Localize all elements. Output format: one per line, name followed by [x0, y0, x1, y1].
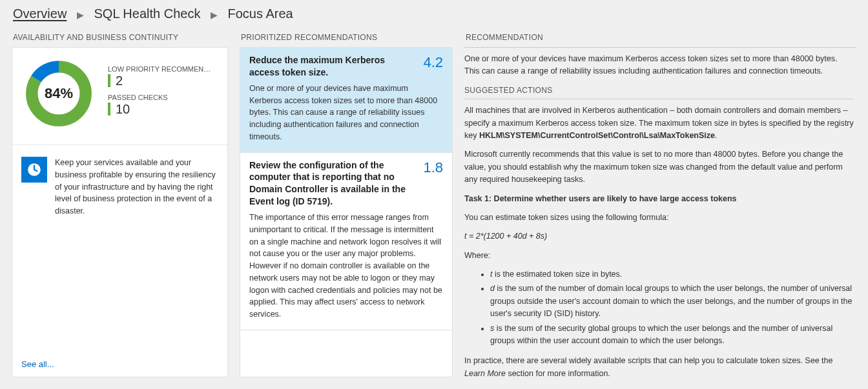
- breadcrumb-overview[interactable]: Overview: [13, 6, 67, 21]
- availability-description: Keep your services available and your bu…: [55, 157, 218, 217]
- task1-p1: You can estimate token sizes using the f…: [464, 212, 854, 224]
- availability-card: 84% LOW PRIORITY RECOMMENDATIO... 2 PASS…: [12, 47, 228, 377]
- availability-donut: 84%: [20, 58, 98, 129]
- task1-formula: t = 2*(1200 + 40d + 8s): [464, 230, 854, 243]
- recommendation-detail-title: RECOMMENDATION: [464, 30, 856, 47]
- clock-icon: [21, 157, 47, 183]
- suggested-intro: All machines that are involved in Kerber…: [464, 105, 854, 142]
- availability-title: AVAILABILITY AND BUSINESS CONTINUITY: [12, 30, 228, 47]
- detail-intro: One or more of your devices have maximum…: [464, 53, 854, 78]
- recommendation-item[interactable]: Reduce the maximum Kerberos access token…: [240, 48, 452, 153]
- recommendation-item-score: 4.2: [421, 54, 443, 71]
- divider: [464, 99, 854, 99]
- recommendation-detail-body: One or more of your devices have maximum…: [464, 47, 856, 377]
- recommendation-item-body: One or more of your devices have maximum…: [249, 83, 443, 143]
- stat-low-priority-label: LOW PRIORITY RECOMMENDATIO...: [108, 65, 214, 73]
- chevron-right-icon: ▶: [77, 10, 84, 20]
- recommendation-item-score: 1.8: [421, 159, 443, 176]
- list-item: t is the estimated token size in bytes.: [490, 268, 854, 281]
- stat-low-priority-value: 2: [108, 74, 214, 87]
- breadcrumb: Overview ▶ SQL Health Check ▶ Focus Area: [0, 0, 868, 30]
- suggested-para2: Microsoft currently recommends that this…: [464, 148, 854, 186]
- breadcrumb-sql-health[interactable]: SQL Health Check: [94, 6, 200, 21]
- list-item: s is the sum of the security global grou…: [490, 323, 854, 348]
- see-all-link[interactable]: See all...: [21, 359, 54, 369]
- availability-percent: 84%: [23, 58, 94, 129]
- task1-bullet-list: t is the estimated token size in bytes. …: [464, 268, 854, 347]
- recommendation-item-title: Reduce the maximum Kerberos access token…: [249, 54, 415, 79]
- task1-where: Where:: [464, 250, 854, 262]
- registry-key: HKLM\SYSTEM\CurrentControlSet\Control\Ls…: [479, 131, 715, 140]
- suggested-actions-heading: SUGGESTED ACTIONS: [464, 85, 854, 97]
- task1-heading: Task 1: Determine whether users are like…: [464, 193, 854, 205]
- prioritized-title: PRIORITIZED RECOMMENDATIONS: [240, 30, 453, 47]
- recommendation-item[interactable]: Review the configuration of the computer…: [240, 153, 452, 330]
- recommendation-item-body: The importance of this error message ran…: [249, 212, 443, 321]
- breadcrumb-focus-area[interactable]: Focus Area: [228, 6, 293, 21]
- recommendation-list: Reduce the maximum Kerberos access token…: [240, 47, 453, 377]
- stat-passed-label: PASSED CHECKS: [108, 94, 214, 101]
- list-item: d is the sum of the number of domain loc…: [490, 283, 854, 320]
- chevron-right-icon: ▶: [211, 10, 218, 20]
- task1-p2: In practice, there are several widely av…: [464, 355, 854, 377]
- recommendation-item-title: Review the configuration of the computer…: [249, 159, 415, 208]
- stat-passed-value: 10: [108, 103, 214, 115]
